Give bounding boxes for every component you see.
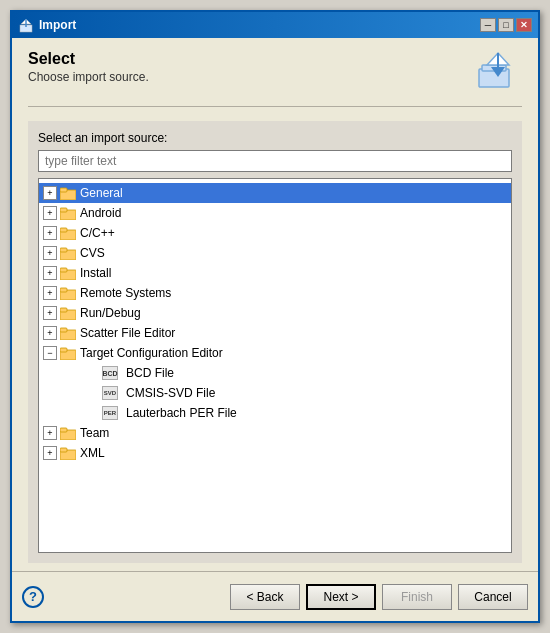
svg-rect-23 bbox=[60, 328, 67, 332]
folder-icon-target bbox=[60, 346, 76, 360]
help-button[interactable]: ? bbox=[22, 586, 44, 608]
expand-cpp[interactable]: + bbox=[43, 226, 57, 240]
import-dialog: Import ─ □ ✕ Select Choose import source… bbox=[10, 10, 540, 623]
tree-item-cvs[interactable]: + CVS bbox=[39, 243, 511, 263]
window-title: Import bbox=[39, 18, 76, 32]
tree-label-android: Android bbox=[80, 206, 121, 220]
svg-rect-21 bbox=[60, 308, 67, 312]
import-graphic bbox=[477, 51, 519, 89]
tree-item-target[interactable]: − Target Configuration Editor bbox=[39, 343, 511, 363]
titlebar-controls: ─ □ ✕ bbox=[480, 18, 532, 32]
form-label: Select an import source: bbox=[38, 131, 512, 145]
tree-item-lauterbach[interactable]: PER Lauterbach PER File bbox=[39, 403, 511, 423]
folder-icon-rundebug bbox=[60, 306, 76, 320]
folder-icon-cvs bbox=[60, 246, 76, 260]
folder-icon-scatter bbox=[60, 326, 76, 340]
page-title: Select bbox=[28, 50, 149, 68]
expand-scatter[interactable]: + bbox=[43, 326, 57, 340]
svg-rect-19 bbox=[60, 288, 67, 292]
tree-label-lauterbach: Lauterbach PER File bbox=[126, 406, 237, 420]
expand-target[interactable]: − bbox=[43, 346, 57, 360]
tree-label-cmsis: CMSIS-SVD File bbox=[126, 386, 215, 400]
cancel-button[interactable]: Cancel bbox=[458, 584, 528, 610]
svg-rect-9 bbox=[60, 188, 67, 192]
tree-label-scatter: Scatter File Editor bbox=[80, 326, 175, 340]
tree-item-cmsis[interactable]: SVD CMSIS-SVD File bbox=[39, 383, 511, 403]
titlebar: Import ─ □ ✕ bbox=[12, 12, 538, 38]
form-section: Select an import source: + General + bbox=[28, 121, 522, 563]
expand-android[interactable]: + bbox=[43, 206, 57, 220]
expand-install[interactable]: + bbox=[43, 266, 57, 280]
svg-rect-27 bbox=[60, 428, 67, 432]
tree-item-scatter[interactable]: + Scatter File Editor bbox=[39, 323, 511, 343]
folder-icon-general bbox=[60, 186, 76, 200]
per-file-icon: PER bbox=[102, 406, 118, 420]
svg-rect-13 bbox=[60, 228, 67, 232]
tree-item-general[interactable]: + General bbox=[39, 183, 511, 203]
svg-rect-25 bbox=[60, 348, 67, 352]
tree-item-team[interactable]: + Team bbox=[39, 423, 511, 443]
tree-label-bcd: BCD File bbox=[126, 366, 174, 380]
tree-container[interactable]: + General + Android + bbox=[38, 178, 512, 553]
maximize-button[interactable]: □ bbox=[498, 18, 514, 32]
folder-icon-remote bbox=[60, 286, 76, 300]
folder-icon-team bbox=[60, 426, 76, 440]
expand-remote[interactable]: + bbox=[43, 286, 57, 300]
close-button[interactable]: ✕ bbox=[516, 18, 532, 32]
tree-label-rundebug: Run/Debug bbox=[80, 306, 141, 320]
header-section: Select Choose import source. bbox=[28, 50, 522, 90]
filter-input[interactable] bbox=[38, 150, 512, 172]
tree-label-install: Install bbox=[80, 266, 111, 280]
titlebar-app-icon bbox=[18, 17, 34, 33]
tree-item-xml[interactable]: + XML bbox=[39, 443, 511, 463]
tree-item-remote[interactable]: + Remote Systems bbox=[39, 283, 511, 303]
expand-general[interactable]: + bbox=[43, 186, 57, 200]
content-area: Select Choose import source. Select an i… bbox=[12, 38, 538, 571]
page-subtitle: Choose import source. bbox=[28, 70, 149, 84]
header-text: Select Choose import source. bbox=[28, 50, 149, 84]
tree-item-rundebug[interactable]: + Run/Debug bbox=[39, 303, 511, 323]
dialog-footer: ? < Back Next > Finish Cancel bbox=[12, 571, 538, 621]
footer-left: ? bbox=[22, 586, 44, 608]
folder-icon-android bbox=[60, 206, 76, 220]
expand-xml[interactable]: + bbox=[43, 446, 57, 460]
tree-label-target: Target Configuration Editor bbox=[80, 346, 223, 360]
tree-label-xml: XML bbox=[80, 446, 105, 460]
bcd-file-icon: BCD bbox=[102, 366, 118, 380]
tree-item-bcd[interactable]: BCD BCD File bbox=[39, 363, 511, 383]
import-icon bbox=[474, 50, 522, 90]
separator bbox=[28, 106, 522, 107]
titlebar-left: Import bbox=[18, 17, 76, 33]
folder-icon-cpp bbox=[60, 226, 76, 240]
tree-item-cpp[interactable]: + C/C++ bbox=[39, 223, 511, 243]
tree-item-install[interactable]: + Install bbox=[39, 263, 511, 283]
footer-right: < Back Next > Finish Cancel bbox=[230, 584, 528, 610]
expand-rundebug[interactable]: + bbox=[43, 306, 57, 320]
svg-rect-15 bbox=[60, 248, 67, 252]
minimize-button[interactable]: ─ bbox=[480, 18, 496, 32]
tree-item-android[interactable]: + Android bbox=[39, 203, 511, 223]
next-button[interactable]: Next > bbox=[306, 584, 376, 610]
tree-label-cpp: C/C++ bbox=[80, 226, 115, 240]
finish-button[interactable]: Finish bbox=[382, 584, 452, 610]
back-button[interactable]: < Back bbox=[230, 584, 300, 610]
svg-rect-11 bbox=[60, 208, 67, 212]
tree-label-cvs: CVS bbox=[80, 246, 105, 260]
tree-label-general: General bbox=[80, 186, 123, 200]
folder-icon-install bbox=[60, 266, 76, 280]
expand-team[interactable]: + bbox=[43, 426, 57, 440]
cmsis-file-icon: SVD bbox=[102, 386, 118, 400]
tree-label-remote: Remote Systems bbox=[80, 286, 171, 300]
expand-cvs[interactable]: + bbox=[43, 246, 57, 260]
folder-icon-xml bbox=[60, 446, 76, 460]
tree-label-team: Team bbox=[80, 426, 109, 440]
svg-rect-17 bbox=[60, 268, 67, 272]
svg-rect-29 bbox=[60, 448, 67, 452]
